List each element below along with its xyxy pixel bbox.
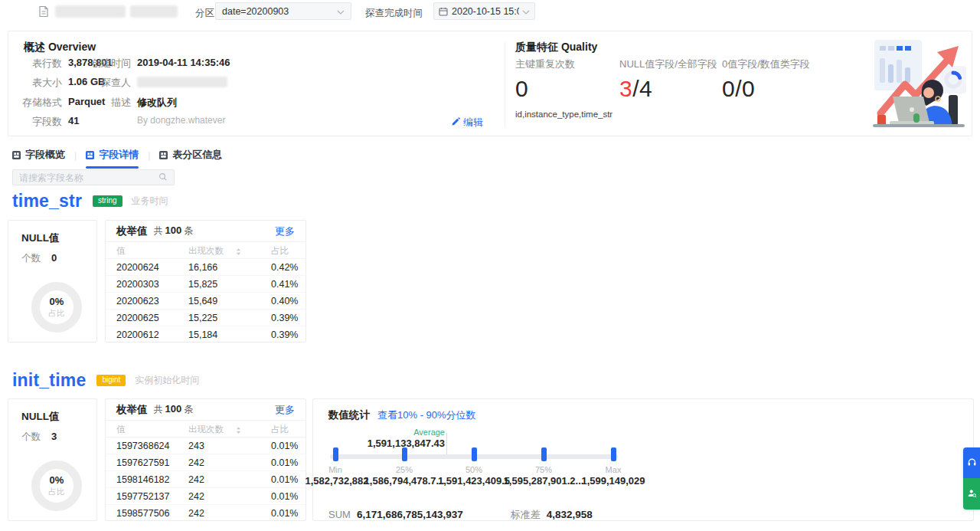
enum-card-time-str: 枚举值 共100条 更多 值 出现次数 占比 2020062416,1660.4… [105, 220, 306, 343]
p25-marker [402, 447, 407, 461]
percentile-label: 25% [374, 465, 435, 474]
average-tick [446, 433, 447, 456]
null-percent: 0% [50, 474, 64, 486]
overview-title: 概述 Overview [24, 41, 96, 54]
field-count-value: 41 [68, 115, 79, 126]
sort-icon[interactable] [236, 247, 241, 257]
enum-card-init-time: 枚举值 共100条 更多 值 出现次数 占比 15973686242430.01… [105, 398, 306, 521]
field-count-label: 字段数 [15, 115, 62, 129]
search-icon [158, 171, 168, 185]
description-author: By dongzhe.whatever [137, 115, 225, 126]
table-row: 15981461822420.01% [106, 471, 305, 488]
max-marker [611, 447, 616, 461]
enum-header: 枚举值 共100条 更多 [106, 221, 305, 242]
p50-marker [472, 447, 477, 461]
more-link[interactable]: 更多 [275, 403, 295, 417]
created-time-value: 2019-04-11 14:35:46 [137, 57, 230, 68]
redacted-table-name [55, 5, 126, 18]
null-card-init-time: NULL值 个数3 0% 占比 [8, 398, 97, 521]
type-badge: bigint [96, 375, 126, 386]
probe-time-select[interactable]: 2020-10-15 15:01:43 [433, 2, 535, 20]
tab-divider: | [74, 150, 77, 161]
tab-label: 表分区信息 [172, 148, 222, 162]
illustration-analyst [870, 34, 969, 133]
divider [505, 42, 505, 126]
support-button[interactable] [963, 447, 980, 478]
numeric-stats-card: 数值统计 查看10% - 90%分位数 Average 1,591,133,84… [312, 398, 974, 521]
calendar-icon [439, 7, 448, 16]
type-badge: string [93, 195, 122, 207]
null-count-total: /4 [632, 76, 652, 101]
sort-icon[interactable] [236, 426, 241, 435]
null-count-highlight: 3 [619, 76, 632, 101]
null-card-title: NULL值 [21, 410, 60, 424]
tab-field-details[interactable]: 字段详情 [86, 148, 139, 163]
stats-title: 数值统计 [328, 408, 370, 422]
table-row: 15973686242430.01% [106, 438, 305, 454]
enum-title: 枚举值 [116, 403, 148, 417]
search-input[interactable] [19, 172, 158, 183]
tab-divider: | [148, 150, 150, 161]
metric-value: 0 [515, 76, 575, 102]
percent-label: 占比 [49, 487, 65, 497]
quality-metric-pk-dup: 主键重复次数 0 [515, 57, 575, 102]
enum-total: 100 [165, 225, 182, 236]
tab-field-overview[interactable]: 字段概览 [12, 148, 65, 163]
page: 分区 date=20200903 探查完成时间 2020-10-15 15:01… [0, 0, 980, 531]
pencil-icon [451, 117, 460, 129]
percent-label: 占比 [49, 308, 65, 319]
partition-select[interactable]: date=20200903 [215, 2, 351, 20]
tab-partition-info[interactable]: 表分区信息 [159, 148, 222, 163]
field-search-box [12, 169, 175, 185]
enum-total: 100 [165, 403, 182, 415]
overview-row: 表行数 3,878,801 创建时间 2019-04-11 14:35:46 [8, 57, 514, 70]
grid-icon [86, 151, 94, 159]
description-label: 描述 [90, 96, 131, 110]
storage-format-label: 存储格式 [15, 96, 62, 110]
donut-center: 0% 占比 [8, 461, 105, 511]
edit-label: 编辑 [463, 116, 483, 129]
overview-row: 存储格式 Parquet 描述 修改队列 [8, 96, 514, 110]
donut-center: 0% 占比 [8, 282, 105, 333]
headphones-icon [967, 456, 977, 470]
percentile-range-link[interactable]: 查看10% - 90%分位数 [377, 408, 476, 422]
std-label: 标准差 [511, 508, 541, 522]
null-field-names: id,instance_type,time_str [515, 110, 612, 119]
count-label: 个数 [21, 253, 41, 264]
null-card-title: NULL值 [21, 231, 60, 245]
field-heading-time-str: time_str string 业务时间 [12, 191, 168, 211]
metric-value: 0/0 [722, 76, 810, 102]
enum-column-header: 值 出现次数 占比 [106, 421, 305, 438]
average-label: Average [313, 428, 445, 437]
p75-marker [541, 447, 547, 461]
overview-row: 字段数 41 By dongzhe.whatever [8, 115, 514, 129]
partition-select-value: date=20200903 [222, 6, 334, 17]
field-heading-init-time: init_time bigint 实例初始化时间 [12, 370, 199, 391]
enum-column-header: 值 出现次数 占比 [106, 242, 305, 259]
sum-value: 6,171,686,785,143,937 [357, 509, 463, 520]
user-search-button[interactable] [963, 478, 980, 510]
table-row: 2020061215,1840.39% [106, 326, 305, 343]
row-count-label: 表行数 [15, 57, 62, 70]
floating-buttons [963, 447, 980, 510]
person-magnifier-icon [967, 487, 977, 501]
count-value: 0 [51, 252, 57, 264]
metric-value: 3/4 [619, 76, 717, 102]
edit-button[interactable]: 编辑 [451, 116, 483, 129]
tab-label: 字段概览 [25, 148, 65, 162]
quality-metric-zero-fields: 0值字段/数值类字段 0/0 [722, 57, 810, 102]
percentile-label: Min [305, 465, 366, 474]
overview-row: 表大小 1.06 GB 探查人 [8, 76, 514, 90]
document-icon [38, 5, 49, 21]
percentile-label: 50% [443, 465, 505, 474]
more-link[interactable]: 更多 [275, 225, 295, 238]
quality-metric-null-fields: NULL值字段/全部字段 3/4 [619, 57, 717, 102]
table-row: 15985775062420.01% [106, 505, 305, 522]
metric-label: 主键重复次数 [515, 57, 575, 71]
metric-label: NULL值字段/全部字段 [619, 57, 717, 71]
chevron-down-icon [522, 6, 530, 17]
percentile-value: 1,599,149,029 [564, 475, 663, 487]
count-value: 3 [51, 431, 57, 442]
std-value: 4,832,958 [547, 509, 593, 520]
prober-label: 探查人 [90, 76, 131, 90]
